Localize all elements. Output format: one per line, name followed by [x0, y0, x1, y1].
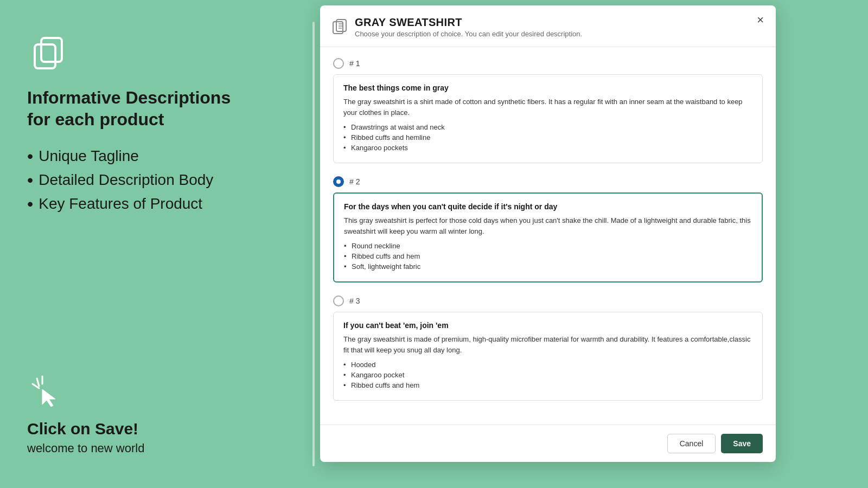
- svg-rect-0: [35, 44, 55, 68]
- svg-line-3: [37, 378, 39, 386]
- feature-3-1: Hooded: [343, 361, 752, 369]
- modal-body: # 1 The best things come in gray The gra…: [320, 47, 776, 425]
- option-card-title-3: If you can't beat 'em, join 'em: [343, 321, 752, 330]
- option-card-2[interactable]: For the days when you can't quite decide…: [333, 192, 763, 282]
- left-cta-heading: Click on Save!: [27, 420, 288, 438]
- copy-icon-wrapper: [27, 33, 288, 74]
- feature-2-2: Ribbed cuffs and hem: [344, 252, 752, 260]
- option-card-title-2: For the days when you can't quite decide…: [344, 202, 752, 211]
- option-card-body-1: The gray sweatshirt is a shirt made of c…: [343, 97, 752, 118]
- feature-1-1: Drawstrings at waist and neck: [343, 123, 752, 131]
- feature-item-3: Key Features of Product: [27, 195, 288, 213]
- cancel-button[interactable]: Cancel: [667, 434, 716, 453]
- option-row-1: # 1 The best things come in gray The gra…: [333, 58, 763, 163]
- left-heading: Informative Descriptionsfor each product: [27, 87, 288, 130]
- option-card-3[interactable]: If you can't beat 'em, join 'em The gray…: [333, 312, 763, 401]
- radio-1[interactable]: [333, 58, 344, 69]
- option-card-features-3: Hooded Kangaroo pocket Ribbed cuffs and …: [343, 361, 752, 389]
- feature-3-2: Kangaroo pocket: [343, 371, 752, 379]
- feature-2-1: Round neckline: [344, 242, 752, 250]
- left-panel: Informative Descriptionsfor each product…: [0, 0, 315, 488]
- modal-header-text: GRAY SWEATSHIRT Choose your description …: [355, 16, 763, 38]
- option-number-2: # 2: [349, 177, 360, 186]
- modal-footer: Cancel Save: [320, 425, 776, 462]
- modal-header-icon: [331, 17, 348, 35]
- option-card-body-3: The gray sweatshirt is made of premium, …: [343, 334, 752, 355]
- left-cta-sub: welcome to new world: [27, 441, 288, 455]
- radio-2[interactable]: [333, 176, 344, 187]
- option-number-1: # 1: [349, 59, 360, 68]
- modal: GRAY SWEATSHIRT Choose your description …: [320, 5, 776, 462]
- modal-subtitle: Choose your description of choice. You c…: [355, 30, 763, 38]
- click-icon-wrapper: [27, 374, 288, 411]
- modal-close-button[interactable]: ×: [755, 14, 766, 26]
- save-button[interactable]: Save: [721, 434, 763, 453]
- feature-3-3: Ribbed cuffs and hem: [343, 381, 752, 389]
- copy-icon: [27, 33, 66, 72]
- option-card-body-2: This gray sweatshirt is perfect for thos…: [344, 215, 752, 236]
- cursor-icon: [27, 374, 62, 409]
- option-radio-label-1[interactable]: # 1: [333, 58, 763, 69]
- modal-header: GRAY SWEATSHIRT Choose your description …: [320, 5, 776, 47]
- option-card-1[interactable]: The best things come in gray The gray sw…: [333, 74, 763, 163]
- right-area: GRAY SWEATSHIRT Choose your description …: [315, 0, 868, 488]
- modal-title: GRAY SWEATSHIRT: [355, 16, 763, 29]
- option-radio-label-3[interactable]: # 3: [333, 296, 763, 306]
- option-number-3: # 3: [349, 297, 360, 305]
- option-card-features-2: Round neckline Ribbed cuffs and hem Soft…: [344, 242, 752, 271]
- feature-2-3: Soft, lightweight fabric: [344, 262, 752, 271]
- bottom-section: Click on Save! welcome to new world: [27, 374, 288, 455]
- feature-item-2: Detailed Description Body: [27, 171, 288, 189]
- option-row-3: # 3 If you can't beat 'em, join 'em The …: [333, 296, 763, 401]
- option-card-features-1: Drawstrings at waist and neck Ribbed cuf…: [343, 123, 752, 152]
- radio-3[interactable]: [333, 296, 344, 306]
- option-card-title-1: The best things come in gray: [343, 84, 752, 92]
- option-row-2: # 2 For the days when you can't quite de…: [333, 176, 763, 282]
- option-radio-label-2[interactable]: # 2: [333, 176, 763, 187]
- feature-list: Unique Tagline Detailed Description Body…: [27, 147, 288, 219]
- feature-1-2: Ribbed cuffs and hemline: [343, 133, 752, 142]
- feature-1-3: Kangaroo pockets: [343, 144, 752, 152]
- feature-item-1: Unique Tagline: [27, 147, 288, 165]
- svg-rect-1: [41, 38, 62, 62]
